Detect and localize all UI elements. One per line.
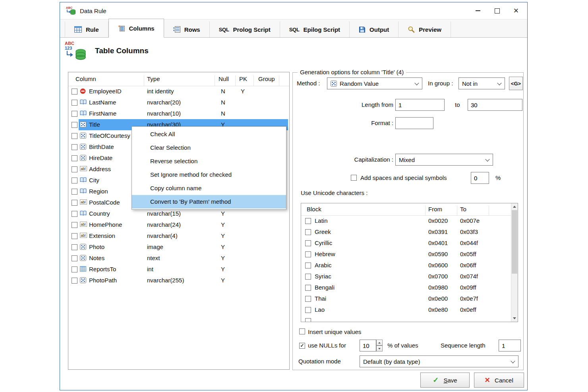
table-row-homephone[interactable]: ablHomePhonenvarchar(24)Y — [68, 219, 289, 230]
row-checkbox[interactable] — [72, 133, 77, 139]
unicode-block-row-lao[interactable]: Lao0x0e800x0eff — [301, 304, 511, 315]
block-checkbox[interactable] — [305, 229, 311, 235]
table-row-firstname[interactable]: FirstNamenvarchar(10)N — [68, 108, 289, 119]
column-header[interactable]: Column — [75, 75, 96, 82]
close-button[interactable]: × — [507, 2, 526, 19]
unicode-block-row-arabic[interactable]: Arabic0x06000x06ff — [301, 260, 511, 271]
unicode-block-row-latin[interactable]: Latin0x00200x007e — [301, 215, 511, 226]
table-row-photo[interactable]: PhotoimageY — [68, 241, 289, 253]
add-spaces-percent-input[interactable] — [471, 172, 489, 184]
scroll-down-button[interactable] — [511, 315, 518, 322]
format-input[interactable] — [395, 117, 433, 129]
length-to-input[interactable] — [468, 99, 522, 111]
tab-preview[interactable]: Preview — [398, 21, 451, 37]
block-header[interactable]: Block — [307, 206, 321, 212]
tab-rule[interactable]: Rule — [65, 21, 108, 37]
table-row-employeeid[interactable]: EmployeeIDint identityNY — [68, 86, 289, 97]
menu-item-copy-column-name[interactable]: Copy column name — [132, 182, 286, 195]
scroll-up-button[interactable] — [511, 203, 518, 210]
block-checkbox[interactable] — [305, 263, 311, 268]
menu-item-check-all[interactable]: Check All — [132, 127, 286, 141]
block-checkbox[interactable] — [305, 240, 311, 246]
row-checkbox[interactable] — [72, 89, 77, 95]
method-dropdown[interactable]: Random Value — [327, 77, 422, 89]
from-header[interactable]: From — [428, 206, 442, 212]
row-checkbox[interactable] — [72, 166, 77, 172]
tab-rows[interactable]: Rows — [164, 21, 210, 37]
menu-item-set-ignore-method-for-checked[interactable]: Set Ignore method for checked — [132, 168, 286, 182]
block-from: 0x0e80 — [428, 306, 448, 313]
table-row-extension[interactable]: ablExtensionnvarchar(4)Y — [68, 230, 289, 241]
unicode-block-row-hebrew[interactable]: Hebrew0x05900x05ff — [301, 249, 511, 260]
in-group-dropdown[interactable]: Not in — [458, 77, 505, 89]
spinner-down-button[interactable] — [376, 346, 383, 351]
length-from-input[interactable] — [395, 99, 445, 111]
use-nulls-checkbox[interactable] — [299, 343, 305, 349]
row-checkbox[interactable] — [72, 122, 77, 128]
block-checkbox[interactable] — [305, 318, 311, 322]
row-checkbox[interactable] — [72, 155, 77, 161]
block-checkbox[interactable] — [305, 274, 311, 280]
block-name: Latin — [315, 217, 328, 224]
table-row-country[interactable]: Countrynvarchar(15)Y — [68, 208, 289, 219]
scrollbar-thumb[interactable] — [512, 210, 517, 274]
table-row-reportsto[interactable]: ReportsTointY — [68, 264, 289, 275]
cancel-button[interactable]: × Cancel — [474, 373, 524, 388]
save-button[interactable]: ✓ Save — [420, 373, 470, 388]
row-checkbox[interactable] — [72, 255, 77, 261]
row-checkbox[interactable] — [72, 111, 77, 117]
unicode-block-row-bengali[interactable]: Bengali0x09800x09ff — [301, 282, 511, 293]
maximize-button[interactable] — [487, 2, 507, 19]
quotation-mode-dropdown[interactable]: Default (by data type) — [360, 355, 518, 367]
row-checkbox[interactable] — [72, 278, 77, 284]
block-checkbox[interactable] — [305, 307, 311, 313]
unicode-block-row-cyrillic[interactable]: Cyrillic0x04010x044f — [301, 238, 511, 249]
row-checkbox[interactable] — [72, 266, 77, 272]
minimize-button[interactable] — [468, 2, 487, 19]
tab-prolog-script[interactable]: SQLProlog Script — [210, 21, 280, 37]
add-spaces-checkbox[interactable] — [351, 175, 357, 181]
row-checkbox[interactable] — [72, 211, 77, 217]
block-name: Bengali — [315, 284, 335, 291]
tab-columns[interactable]: Columns — [108, 19, 164, 38]
unicode-block-row-thai[interactable]: Thai0x0e000x0e7f — [301, 293, 511, 304]
capitalization-dropdown[interactable]: Mixed — [395, 154, 493, 166]
table-row-lastname[interactable]: LastNamenvarchar(20)N — [68, 97, 289, 108]
insert-unique-checkbox[interactable] — [299, 328, 305, 334]
spinner-up-button[interactable] — [376, 340, 383, 346]
tab-output[interactable]: Output — [350, 21, 398, 37]
menu-item-reverse-selection[interactable]: Reverse selection — [132, 154, 286, 168]
row-checkbox[interactable] — [72, 222, 77, 228]
book-icon — [80, 210, 87, 217]
scrollbar[interactable] — [511, 203, 518, 322]
generation-options-group: Generation options for column 'Title' (4… — [292, 72, 524, 370]
null-header[interactable]: Null — [219, 75, 229, 82]
block-checkbox[interactable] — [305, 296, 311, 302]
row-checkbox[interactable] — [72, 100, 77, 106]
row-checkbox[interactable] — [72, 244, 77, 250]
block-checkbox[interactable] — [305, 218, 311, 224]
nulls-percent-input[interactable] — [360, 340, 376, 351]
group-header[interactable]: Group — [258, 75, 275, 82]
table-row-notes[interactable]: NotesntextY — [68, 253, 289, 264]
row-checkbox[interactable] — [72, 178, 77, 183]
row-checkbox[interactable] — [72, 233, 77, 239]
unicode-block-row-greek[interactable]: Greek0x03910x03f3 — [301, 226, 511, 238]
row-checkbox[interactable] — [72, 189, 77, 195]
type-header[interactable]: Type — [147, 75, 160, 82]
block-checkbox[interactable] — [305, 251, 311, 257]
sequence-length-input[interactable] — [499, 340, 521, 351]
row-checkbox[interactable] — [72, 144, 77, 150]
row-checkbox[interactable] — [72, 200, 77, 206]
pk-header[interactable]: PK — [239, 75, 247, 82]
tab-epilog-script[interactable]: SQLEpilog Script — [280, 21, 350, 37]
column-null: Y — [221, 232, 225, 239]
unicode-block-row[interactable] — [301, 315, 511, 322]
to-header[interactable]: To — [460, 206, 466, 212]
menu-item-clear-selection[interactable]: Clear Selection — [132, 141, 286, 154]
table-row-photopath[interactable]: PhotoPathnvarchar(255)Y — [68, 275, 289, 286]
block-checkbox[interactable] — [305, 285, 311, 291]
unicode-block-row-syriac[interactable]: Syriac0x07000x074f — [301, 271, 511, 282]
menu-item-convert-to-by-pattern-method[interactable]: Convert to 'By Pattern' method — [132, 195, 286, 209]
group-settings-button[interactable]: <G> — [509, 77, 523, 90]
